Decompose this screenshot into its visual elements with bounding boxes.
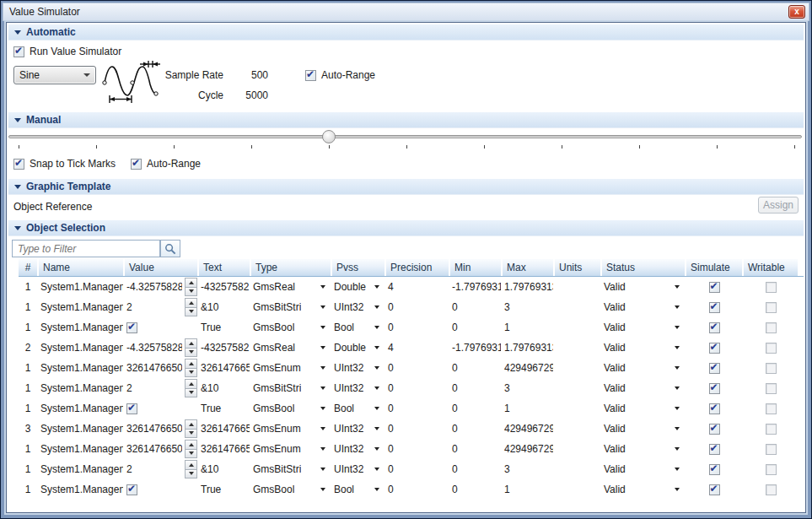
- row-type-cell[interactable]: GmsBitStri: [251, 297, 331, 317]
- simulate-checkbox[interactable]: [709, 343, 720, 354]
- row-type-cell[interactable]: GmsBool: [251, 479, 331, 500]
- simulate-checkbox[interactable]: [709, 363, 720, 374]
- simulate-checkbox[interactable]: [709, 444, 720, 455]
- simulate-checkbox[interactable]: [709, 424, 720, 435]
- section-header-object-selection[interactable]: Object Selection: [8, 220, 804, 236]
- section-header-graphic-template[interactable]: Graphic Template: [8, 179, 804, 195]
- simulate-checkbox[interactable]: [709, 282, 720, 293]
- col-header-text[interactable]: Text: [199, 259, 250, 276]
- row-type-cell[interactable]: GmsReal: [251, 338, 331, 358]
- row-pvss-cell[interactable]: Bool: [332, 398, 384, 419]
- row-status-cell[interactable]: Valid: [602, 479, 685, 500]
- value-spinner[interactable]: [185, 338, 197, 357]
- row-type-cell[interactable]: GmsEnum: [251, 419, 331, 439]
- col-header-value[interactable]: Value: [125, 259, 197, 276]
- row-pvss-cell[interactable]: UInt32: [332, 459, 384, 479]
- row-status-cell[interactable]: Valid: [602, 459, 685, 479]
- row-status-cell[interactable]: Valid: [602, 277, 685, 297]
- col-header-pvss[interactable]: Pvss: [332, 259, 384, 276]
- row-status-cell[interactable]: Valid: [602, 297, 685, 317]
- col-header-min[interactable]: Min: [450, 259, 501, 276]
- section-header-automatic[interactable]: Automatic: [8, 24, 804, 41]
- row-status-cell[interactable]: Valid: [602, 419, 685, 439]
- row-pvss-cell[interactable]: Double: [332, 277, 384, 297]
- col-header-max[interactable]: Max: [503, 259, 553, 276]
- row-pvss-cell[interactable]: Double: [332, 338, 384, 358]
- simulate-checkbox[interactable]: [709, 403, 720, 414]
- value-checkbox[interactable]: [126, 484, 137, 495]
- row-status-cell[interactable]: Valid: [602, 358, 685, 378]
- close-button[interactable]: x: [788, 5, 805, 19]
- col-header-precision[interactable]: Precision: [386, 259, 449, 276]
- snap-to-tick-marks-checkbox[interactable]: [13, 159, 24, 170]
- run-value-simulator-checkbox[interactable]: [13, 46, 24, 57]
- col-header-writable[interactable]: Writable: [744, 259, 798, 276]
- col-header-num[interactable]: #: [19, 259, 37, 276]
- row-pvss-cell[interactable]: UInt32: [332, 419, 384, 439]
- manual-slider-track[interactable]: [8, 135, 802, 138]
- row-pvss-cell[interactable]: UInt32: [332, 358, 384, 378]
- value-spinner[interactable]: [185, 440, 197, 458]
- row-pvss-cell[interactable]: Bool: [332, 317, 384, 338]
- spinner-down-icon[interactable]: [185, 308, 197, 317]
- value-checkbox[interactable]: [126, 403, 137, 414]
- spinner-down-icon[interactable]: [185, 369, 197, 378]
- row-status-cell[interactable]: Valid: [602, 398, 685, 419]
- spinner-up-icon[interactable]: [185, 419, 197, 430]
- spinner-down-icon[interactable]: [185, 450, 197, 459]
- auto-range-checkbox-automatic[interactable]: [305, 70, 316, 81]
- value-spinner[interactable]: [185, 460, 197, 478]
- row-pvss-cell[interactable]: UInt32: [332, 297, 384, 317]
- col-header-status[interactable]: Status: [602, 259, 685, 276]
- spinner-down-icon[interactable]: [185, 389, 197, 398]
- row-status-cell[interactable]: Valid: [602, 378, 685, 398]
- waveform-select[interactable]: Sine: [13, 66, 96, 84]
- spinner-up-icon[interactable]: [185, 278, 197, 288]
- filter-search-button[interactable]: [160, 240, 180, 257]
- spinner-up-icon[interactable]: [185, 359, 197, 369]
- manual-slider-thumb[interactable]: [322, 130, 336, 143]
- row-pvss-cell[interactable]: Bool: [332, 479, 384, 500]
- value-checkbox[interactable]: [126, 322, 137, 333]
- value-spinner[interactable]: [185, 298, 197, 316]
- spinner-up-icon[interactable]: [185, 460, 197, 470]
- col-header-simulate[interactable]: Simulate: [686, 259, 742, 276]
- value-spinner[interactable]: [185, 278, 197, 296]
- spinner-up-icon[interactable]: [185, 379, 197, 389]
- filter-input[interactable]: [12, 240, 160, 257]
- spinner-up-icon[interactable]: [185, 298, 197, 308]
- value-spinner[interactable]: [185, 419, 197, 438]
- simulate-checkbox[interactable]: [709, 464, 720, 475]
- simulate-checkbox[interactable]: [709, 302, 720, 313]
- section-header-manual[interactable]: Manual: [8, 112, 804, 128]
- row-type-cell[interactable]: GmsEnum: [251, 358, 331, 378]
- value-spinner[interactable]: [185, 379, 197, 397]
- spinner-down-icon[interactable]: [185, 470, 197, 479]
- spinner-down-icon[interactable]: [185, 288, 197, 297]
- simulate-checkbox[interactable]: [709, 322, 720, 333]
- simulate-checkbox[interactable]: [709, 383, 720, 394]
- table-row: 1 System1.Managen 3261476650 3261476650 …: [19, 439, 804, 459]
- value-spinner[interactable]: [185, 359, 197, 377]
- col-header-name[interactable]: Name: [39, 259, 123, 276]
- row-pvss-cell[interactable]: UInt32: [332, 378, 384, 398]
- row-type-cell[interactable]: GmsBool: [251, 317, 331, 338]
- row-type-cell[interactable]: GmsBitStri: [251, 378, 331, 398]
- spinner-up-icon[interactable]: [185, 440, 197, 450]
- row-status-cell[interactable]: Valid: [602, 439, 685, 459]
- row-status-cell[interactable]: Valid: [602, 317, 685, 338]
- row-status-label: Valid: [604, 382, 626, 394]
- auto-range-checkbox-manual[interactable]: [131, 159, 142, 170]
- row-type-cell[interactable]: GmsBool: [251, 398, 331, 419]
- row-pvss-cell[interactable]: UInt32: [332, 439, 384, 459]
- spinner-up-icon[interactable]: [185, 338, 197, 349]
- simulate-checkbox[interactable]: [709, 484, 720, 495]
- row-status-cell[interactable]: Valid: [602, 338, 685, 358]
- row-type-cell[interactable]: GmsReal: [251, 277, 331, 297]
- col-header-units[interactable]: Units: [555, 259, 600, 276]
- spinner-down-icon[interactable]: [185, 349, 197, 358]
- col-header-type[interactable]: Type: [251, 259, 331, 276]
- row-type-cell[interactable]: GmsBitStri: [251, 459, 331, 479]
- row-type-cell[interactable]: GmsEnum: [251, 439, 331, 459]
- spinner-down-icon[interactable]: [185, 430, 197, 439]
